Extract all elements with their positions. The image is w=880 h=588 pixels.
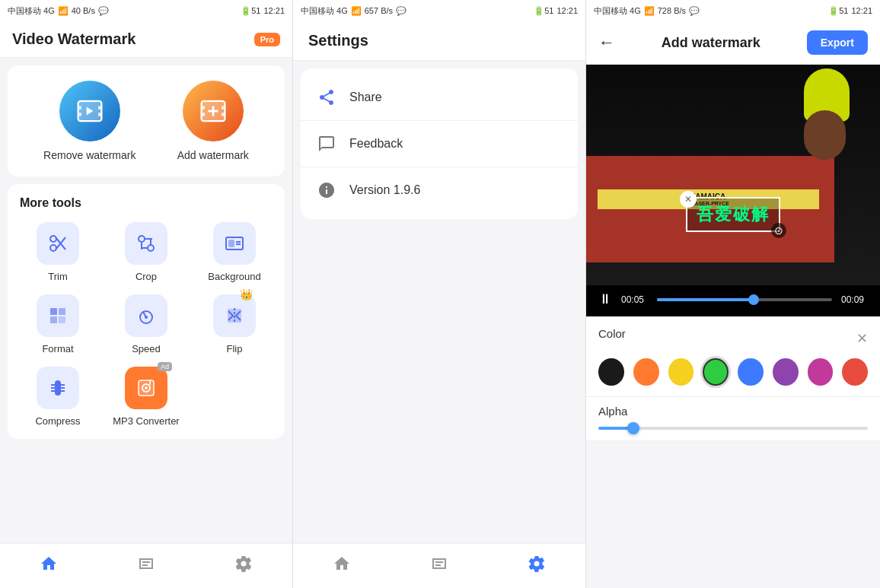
- time-3: 12:21: [851, 6, 872, 15]
- speed-tool-button[interactable]: Speed: [108, 294, 184, 354]
- add-watermark-button[interactable]: Add watermark: [177, 81, 249, 161]
- alpha-section: Alpha: [586, 396, 880, 440]
- app-title: Video Watermark: [12, 30, 136, 48]
- current-time: 00:05: [621, 294, 648, 305]
- progress-bar[interactable]: [657, 298, 832, 301]
- nav-settings-1[interactable]: [219, 551, 268, 576]
- svg-rect-1: [78, 106, 81, 109]
- trim-tool-button[interactable]: Trim: [20, 222, 96, 282]
- svg-rect-7: [201, 113, 204, 116]
- mp3-label: MP3 Converter: [113, 415, 179, 427]
- nav-home-2[interactable]: [317, 551, 366, 576]
- background-icon-wrap: [213, 222, 256, 265]
- close-watermark-button[interactable]: ✕: [680, 191, 697, 208]
- color-red[interactable]: [842, 358, 868, 386]
- svg-rect-25: [59, 308, 65, 315]
- svg-rect-26: [50, 316, 57, 323]
- svg-rect-31: [55, 380, 61, 396]
- svg-point-16: [139, 236, 145, 242]
- format-label: Format: [42, 343, 73, 354]
- crop-tool-button[interactable]: Crop: [108, 222, 184, 282]
- resize-handle[interactable]: [771, 223, 786, 238]
- close-color-panel-button[interactable]: ✕: [856, 330, 868, 347]
- status-left-1: 中国移动 4G 📶 40 B/s 💬: [8, 5, 109, 17]
- battery-icon-3: 🔋51: [828, 6, 848, 16]
- nav-library-1[interactable]: [122, 551, 171, 576]
- color-black[interactable]: [598, 358, 624, 386]
- remove-watermark-label: Remove watermark: [43, 149, 136, 161]
- color-magenta[interactable]: [808, 358, 834, 386]
- nav-settings-2[interactable]: [512, 551, 561, 576]
- compress-tool-button[interactable]: Compress: [20, 367, 96, 427]
- color-purple[interactable]: [773, 358, 799, 386]
- settings-title: Settings: [308, 32, 368, 49]
- watermark-overlay[interactable]: ✕ 吾爱破解: [686, 197, 780, 232]
- ad-badge: Ad: [158, 362, 172, 371]
- alpha-slider[interactable]: [598, 427, 868, 430]
- compress-icon-wrap: [37, 367, 79, 409]
- remove-watermark-icon: [59, 81, 120, 141]
- bsrate-2: 657 B/s: [365, 6, 393, 15]
- add-watermark-icon: [183, 81, 244, 141]
- color-blue[interactable]: [738, 358, 764, 386]
- nav-home-1[interactable]: [24, 551, 73, 576]
- carrier-3: 中国移动 4G: [594, 5, 641, 17]
- svg-point-12: [50, 236, 56, 242]
- more-tools-title: More tools: [20, 196, 273, 210]
- face-area: [804, 110, 846, 160]
- svg-point-13: [50, 245, 56, 251]
- video-preview: JAMAICA FRASER-PRYCE ✕ 吾爱破解: [586, 65, 880, 285]
- status-right-3: 🔋51 12:21: [828, 6, 872, 16]
- back-button[interactable]: ←: [598, 33, 615, 52]
- video-content: JAMAICA FRASER-PRYCE ✕ 吾爱破解: [586, 65, 880, 285]
- more-tools-section: More tools Trim: [8, 184, 285, 439]
- alpha-thumb[interactable]: [627, 422, 639, 434]
- signal-2: 📶: [351, 6, 362, 16]
- main-tools-container: Remove watermark Add watermark: [8, 65, 285, 176]
- svg-rect-2: [78, 113, 81, 116]
- tools-grid: Trim Crop: [20, 222, 273, 427]
- carrier-2: 中国移动 4G: [301, 5, 348, 17]
- pro-badge: Pro: [254, 33, 280, 46]
- crop-icon: [136, 233, 157, 254]
- feedback-item[interactable]: Feedback: [301, 121, 578, 167]
- color-yellow[interactable]: [668, 358, 694, 386]
- video-controls: ⏸ 00:05 00:09: [586, 285, 880, 316]
- signal-3: 📶: [644, 6, 655, 16]
- svg-rect-6: [201, 106, 204, 109]
- share-item[interactable]: Share: [301, 75, 578, 121]
- progress-fill: [657, 298, 754, 301]
- feedback-label: Feedback: [349, 137, 403, 151]
- flip-label: Flip: [227, 343, 243, 354]
- scissors-icon: [47, 233, 69, 254]
- crown-badge: 👑: [240, 288, 253, 300]
- format-tool-button[interactable]: Format: [20, 294, 96, 354]
- pause-button[interactable]: ⏸: [598, 291, 612, 307]
- color-panel: Color ✕: [586, 316, 880, 396]
- feedback-icon: [316, 133, 337, 154]
- color-orange[interactable]: [633, 358, 659, 386]
- crop-icon-wrap: [125, 222, 167, 265]
- flip-tool-button[interactable]: 👑 Flip: [196, 294, 273, 354]
- speed-icon-wrap: [125, 294, 167, 337]
- trim-label: Trim: [48, 271, 68, 282]
- svg-point-29: [145, 316, 148, 319]
- settings-icon-2: [528, 555, 546, 573]
- background-label: Background: [208, 271, 260, 282]
- library-icon-2: [430, 555, 448, 573]
- msg-icon-1: 💬: [98, 6, 109, 16]
- speed-icon: [136, 305, 157, 326]
- share-svg: [317, 88, 336, 106]
- background-tool-button[interactable]: Background: [196, 222, 273, 282]
- nav-library-2[interactable]: [415, 551, 464, 576]
- color-green[interactable]: [703, 358, 729, 386]
- flip-icon: [224, 305, 245, 326]
- remove-watermark-button[interactable]: Remove watermark: [43, 81, 136, 161]
- bottom-nav-2: [293, 543, 585, 588]
- mp3-tool-button[interactable]: Ad MP3 Converter: [108, 367, 184, 427]
- battery-icon-2: 🔋51: [534, 6, 553, 16]
- progress-thumb[interactable]: [748, 294, 759, 305]
- compress-label: Compress: [35, 415, 80, 427]
- bsrate-1: 40 B/s: [72, 6, 95, 15]
- export-button[interactable]: Export: [807, 30, 868, 55]
